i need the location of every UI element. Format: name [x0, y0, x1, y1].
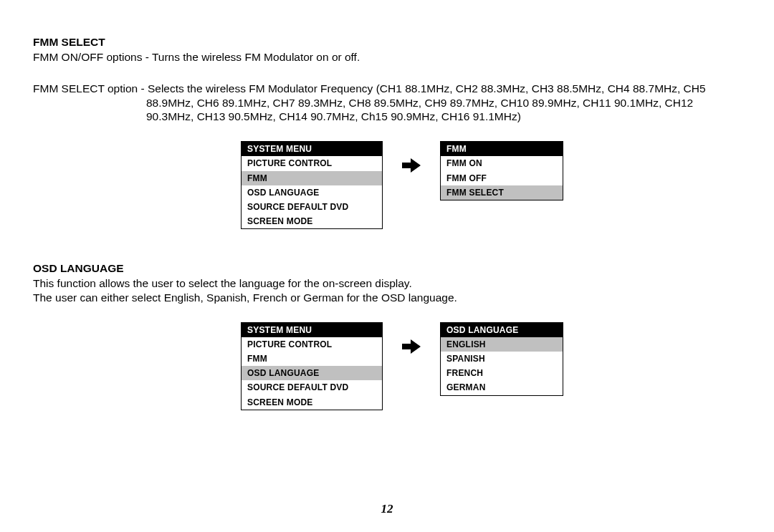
menu-item: SOURCE DEFAULT DVD — [242, 200, 382, 214]
page-number: 12 — [0, 502, 774, 516]
menu-item: OSD LANGUAGE — [242, 185, 382, 200]
menu-item: SCREEN MODE — [242, 214, 382, 228]
menu-item-highlighted: FMM — [242, 171, 382, 185]
system-menu-header: SYSTEM MENU — [242, 142, 382, 156]
osd-language-menu-box: OSD LANGUAGE ENGLISH SPANISH FRENCH GERM… — [440, 322, 563, 396]
system-menu-header: SYSTEM MENU — [242, 323, 382, 337]
fmm-select-heading: FMM SELECT — [33, 36, 741, 49]
system-menu-box-1: SYSTEM MENU PICTURE CONTROL FMM OSD LANG… — [241, 141, 383, 229]
menu-row-fmm: SYSTEM MENU PICTURE CONTROL FMM OSD LANG… — [241, 141, 741, 229]
menu-item: FRENCH — [441, 366, 563, 380]
menu-row-osd: SYSTEM MENU PICTURE CONTROL FMM OSD LANG… — [241, 322, 741, 410]
fmm-menu-box: FMM FMM ON FMM OFF FMM SELECT — [440, 141, 563, 200]
menu-item: SCREEN MODE — [242, 395, 382, 410]
menu-item-highlighted: OSD LANGUAGE — [242, 366, 382, 380]
osd-description-line1: This function allows the user to select … — [33, 276, 741, 291]
menu-item: FMM — [242, 352, 382, 366]
arrow-right-icon — [400, 332, 423, 361]
fmm-menu-header: FMM — [441, 142, 563, 156]
manual-page: FMM SELECT FMM ON/OFF options - Turns th… — [0, 0, 774, 532]
menu-item: PICTURE CONTROL — [242, 156, 382, 170]
arrow-right-icon — [400, 151, 423, 180]
menu-item-highlighted: FMM SELECT — [441, 185, 563, 200]
system-menu-box-2: SYSTEM MENU PICTURE CONTROL FMM OSD LANG… — [241, 322, 383, 410]
fmm-select-description-line2: 88.9MHz, CH6 89.1MHz, CH7 89.3MHz, CH8 8… — [33, 96, 741, 110]
menu-item: FMM ON — [441, 156, 563, 170]
menu-item: SOURCE DEFAULT DVD — [242, 380, 382, 395]
fmm-select-description-line1: FMM SELECT option - Selects the wireless… — [33, 82, 741, 96]
fmm-onoff-description: FMM ON/OFF options - Turns the wireless … — [33, 50, 741, 64]
menu-item: FMM OFF — [441, 171, 563, 185]
menu-item: GERMAN — [441, 380, 563, 395]
menu-item: PICTURE CONTROL — [242, 337, 382, 352]
osd-language-menu-header: OSD LANGUAGE — [441, 323, 563, 337]
osd-description-line2: The user can either select English, Span… — [33, 291, 741, 305]
osd-language-heading: OSD LANGUAGE — [33, 262, 741, 275]
fmm-select-description-line3: 90.3MHz, CH13 90.5MHz, CH14 90.7MHz, Ch1… — [33, 110, 741, 124]
menu-item: SPANISH — [441, 352, 563, 366]
menu-item-highlighted: ENGLISH — [441, 337, 563, 352]
